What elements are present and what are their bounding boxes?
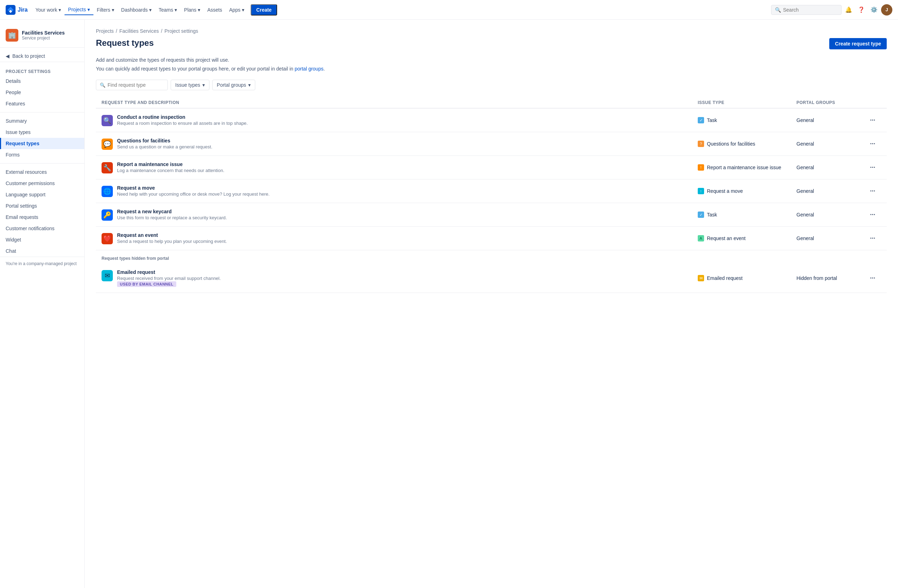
sidebar-item-portal-settings[interactable]: Portal settings bbox=[0, 200, 84, 212]
sidebar-item-issue-types[interactable]: Issue types bbox=[0, 127, 84, 138]
filter-bar: 🔍 Issue types ▾ Portal groups ▾ bbox=[96, 80, 887, 90]
request-type-icon: 🔑 bbox=[101, 209, 113, 221]
nav-item-your-work[interactable]: Your work ▾ bbox=[32, 5, 65, 15]
request-cell-main: 💬 Questions for facilities Send us a que… bbox=[101, 138, 698, 150]
sidebar-item-people[interactable]: People bbox=[0, 87, 84, 98]
project-type: Service project bbox=[22, 35, 65, 40]
nav-items: Your work ▾Projects ▾Filters ▾Dashboards… bbox=[32, 5, 248, 15]
request-type-name[interactable]: Request a move bbox=[117, 185, 270, 191]
request-cell-main: 🔍 Conduct a routine inspection Request a… bbox=[101, 114, 698, 126]
issue-type-label: Task bbox=[707, 117, 717, 123]
issue-type-icon: ↑ bbox=[698, 188, 704, 194]
hidden-section-label: Request types hidden from portal bbox=[96, 250, 887, 264]
issue-type-icon: ? bbox=[698, 141, 704, 147]
back-to-project[interactable]: ◀ Back to project bbox=[0, 51, 84, 62]
sidebar-section-title: Project settings bbox=[0, 65, 84, 75]
app-layout: 🏢 Facilities Services Service project ◀ … bbox=[0, 20, 898, 588]
issue-type-label: Emailed request bbox=[707, 275, 743, 281]
nav-item-plans[interactable]: Plans ▾ bbox=[180, 5, 204, 15]
portal-group-cell: General bbox=[797, 141, 867, 147]
sidebar-item-forms[interactable]: Forms bbox=[0, 149, 84, 160]
more-options-button[interactable]: ··· bbox=[867, 233, 878, 244]
more-options-button[interactable]: ··· bbox=[867, 186, 878, 197]
table-row: 🔍 Conduct a routine inspection Request a… bbox=[96, 109, 887, 132]
request-type-name[interactable]: Conduct a routine inspection bbox=[117, 114, 248, 120]
sidebar-item-language-support[interactable]: Language support bbox=[0, 189, 84, 200]
breadcrumb-projects[interactable]: Projects bbox=[96, 28, 114, 34]
issue-type-label: Request an event bbox=[707, 235, 746, 241]
sidebar-item-details[interactable]: Details bbox=[0, 75, 84, 87]
find-request-type-search[interactable]: 🔍 bbox=[96, 80, 168, 90]
chevron-down-icon-2: ▾ bbox=[248, 82, 251, 88]
portal-groups-link[interactable]: portal groups bbox=[295, 66, 324, 72]
request-type-name[interactable]: Request a new keycard bbox=[117, 209, 227, 214]
sidebar-item-request-types[interactable]: Request types bbox=[0, 138, 84, 149]
table-row: 🌐 Request a move Need help with your upc… bbox=[96, 180, 887, 203]
more-options-button[interactable]: ··· bbox=[867, 115, 878, 126]
issue-type-label: Report a maintenance issue issue bbox=[707, 164, 781, 170]
find-request-input[interactable] bbox=[108, 82, 164, 88]
more-options-button[interactable]: ··· bbox=[867, 162, 878, 173]
issue-type-icon: ✓ bbox=[698, 117, 704, 123]
sidebar-item-customer-notifications[interactable]: Customer notifications bbox=[0, 223, 84, 234]
request-type-desc: Send a request to help you plan your upc… bbox=[117, 239, 227, 244]
request-type-name[interactable]: Report a maintenance issue bbox=[117, 161, 224, 167]
more-options-button[interactable]: ··· bbox=[867, 138, 878, 149]
search-input[interactable] bbox=[783, 7, 832, 13]
breadcrumb-facilities[interactable]: Facilities Services bbox=[119, 28, 158, 34]
issue-types-dropdown[interactable]: Issue types ▾ bbox=[171, 80, 209, 90]
table-header: Request type and description Issue type … bbox=[96, 97, 887, 109]
request-type-name[interactable]: Questions for facilities bbox=[117, 138, 212, 143]
search-box[interactable]: 🔍 bbox=[771, 5, 841, 15]
issue-type-icon: ✉ bbox=[698, 275, 704, 281]
more-options-button[interactable]: ··· bbox=[867, 272, 878, 284]
portal-group-cell: Hidden from portal bbox=[797, 275, 867, 281]
jira-logo-text: Jira bbox=[18, 7, 28, 13]
issue-type-cell: ! Report a maintenance issue issue bbox=[698, 164, 797, 170]
create-request-type-button[interactable]: Create request type bbox=[829, 38, 887, 49]
more-options-button[interactable]: ··· bbox=[867, 209, 878, 220]
nav-item-apps[interactable]: Apps ▾ bbox=[226, 5, 248, 15]
page-title: Request types bbox=[96, 38, 154, 48]
request-type-desc: Use this form to request or replace a se… bbox=[117, 215, 227, 220]
request-cell-main: 🔑 Request a new keycard Use this form to… bbox=[101, 209, 698, 221]
create-button[interactable]: Create bbox=[251, 4, 277, 15]
nav-item-teams[interactable]: Teams ▾ bbox=[155, 5, 180, 15]
portal-groups-dropdown[interactable]: Portal groups ▾ bbox=[212, 80, 255, 90]
sidebar-item-features[interactable]: Features bbox=[0, 98, 84, 109]
notifications-button[interactable]: 🔔 bbox=[843, 4, 854, 15]
sidebar-item-external-resources[interactable]: External resources bbox=[0, 166, 84, 178]
request-cell-main: 🌐 Request a move Need help with your upc… bbox=[101, 185, 698, 197]
nav-item-assets[interactable]: Assets bbox=[204, 5, 226, 15]
request-type-desc: Request a room inspection to ensure all … bbox=[117, 121, 248, 126]
nav-item-projects[interactable]: Projects ▾ bbox=[65, 5, 93, 15]
request-type-desc: Send us a question or make a general req… bbox=[117, 144, 212, 149]
nav-item-filters[interactable]: Filters ▾ bbox=[94, 5, 118, 15]
table-row: ❤️ Request an event Send a request to he… bbox=[96, 227, 887, 250]
company-note: You're in a company-managed project bbox=[0, 256, 84, 270]
page-description-1: Add and customize the types of requests … bbox=[96, 57, 887, 64]
back-label: Back to project bbox=[12, 53, 45, 59]
issue-type-icon: A bbox=[698, 235, 704, 241]
table-row: 💬 Questions for facilities Send us a que… bbox=[96, 132, 887, 156]
user-avatar[interactable]: J bbox=[881, 4, 892, 15]
settings-button[interactable]: ⚙️ bbox=[869, 4, 880, 15]
sidebar-item-email-requests[interactable]: Email requests bbox=[0, 212, 84, 223]
sidebar-item-widget[interactable]: Widget bbox=[0, 234, 84, 246]
issue-type-label: Request a move bbox=[707, 188, 743, 194]
sidebar-item-chat[interactable]: Chat bbox=[0, 246, 84, 256]
request-type-icon: ✉ bbox=[101, 270, 113, 281]
help-button[interactable]: ❓ bbox=[856, 4, 867, 15]
nav-item-dashboards[interactable]: Dashboards ▾ bbox=[118, 5, 155, 15]
request-cell-main: ✉ Emailed request Request received from … bbox=[101, 269, 698, 287]
request-type-name[interactable]: Emailed request bbox=[117, 269, 221, 275]
sidebar-item-customer-permissions[interactable]: Customer permissions bbox=[0, 178, 84, 189]
request-type-name[interactable]: Request an event bbox=[117, 232, 227, 238]
sidebar-item-summary[interactable]: Summary bbox=[0, 115, 84, 127]
request-type-icon: 🔧 bbox=[101, 162, 113, 173]
jira-logo[interactable]: Jira bbox=[6, 5, 28, 15]
request-type-icon: 🌐 bbox=[101, 186, 113, 197]
top-navigation: Jira Your work ▾Projects ▾Filters ▾Dashb… bbox=[0, 0, 898, 20]
breadcrumb-project-settings[interactable]: Project settings bbox=[164, 28, 198, 34]
find-search-icon: 🔍 bbox=[100, 83, 105, 88]
